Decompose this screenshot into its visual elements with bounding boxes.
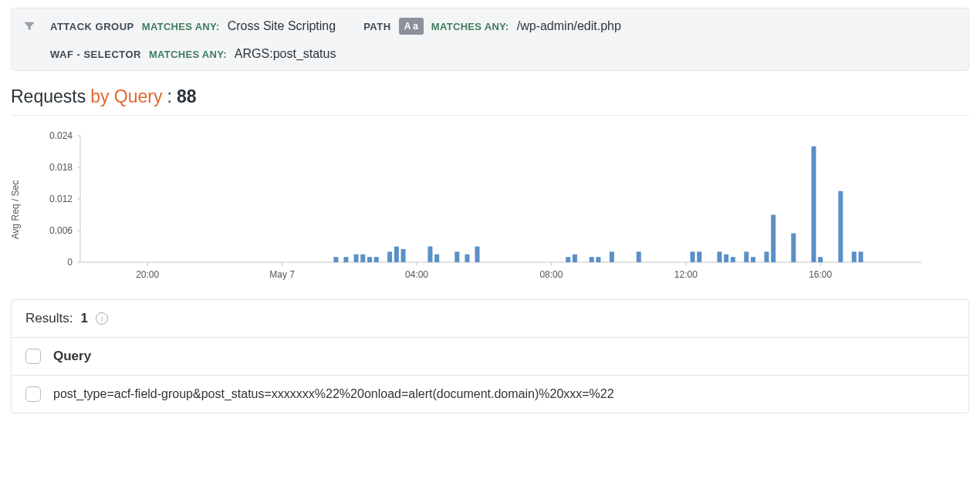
filter-row-2: WAF - SELECTOR MATCHES ANY: ARGS:post_st… bbox=[50, 47, 641, 61]
filter-attack-group[interactable]: ATTACK GROUP MATCHES ANY: Cross Site Scr… bbox=[50, 19, 336, 33]
svg-text:08:00: 08:00 bbox=[539, 269, 563, 280]
svg-rect-49 bbox=[744, 251, 749, 262]
column-title-query[interactable]: Query bbox=[53, 349, 91, 364]
svg-rect-33 bbox=[427, 247, 432, 263]
svg-text:0.018: 0.018 bbox=[49, 162, 73, 173]
svg-rect-34 bbox=[434, 255, 439, 262]
svg-text:20:00: 20:00 bbox=[136, 269, 159, 280]
svg-rect-31 bbox=[394, 247, 399, 263]
svg-rect-47 bbox=[724, 255, 728, 262]
results-column-header: Query bbox=[12, 337, 968, 375]
select-all-checkbox[interactable] bbox=[25, 349, 41, 364]
filter-icon[interactable] bbox=[22, 19, 36, 36]
filter-bar: ATTACK GROUP MATCHES ANY: Cross Site Scr… bbox=[11, 8, 969, 71]
svg-text:May 7: May 7 bbox=[269, 269, 295, 280]
svg-rect-35 bbox=[455, 251, 459, 262]
svg-rect-54 bbox=[811, 147, 816, 262]
svg-rect-24 bbox=[333, 257, 338, 262]
svg-rect-41 bbox=[596, 257, 600, 262]
filter-row-1: ATTACK GROUP MATCHES ANY: Cross Site Scr… bbox=[50, 18, 641, 35]
svg-rect-42 bbox=[610, 251, 614, 262]
svg-rect-26 bbox=[354, 255, 359, 262]
svg-rect-48 bbox=[731, 257, 735, 262]
result-query-text: post_type=acf-field-group&post_status=xx… bbox=[53, 387, 614, 401]
svg-text:0.006: 0.006 bbox=[49, 225, 73, 236]
filter-label: WAF - SELECTOR bbox=[50, 49, 141, 60]
filter-value: Cross Site Scripting bbox=[228, 19, 336, 33]
filter-operator: MATCHES ANY: bbox=[149, 49, 227, 60]
heading-prefix: Requests bbox=[11, 86, 86, 107]
svg-rect-25 bbox=[343, 257, 348, 262]
results-panel: Results: 1 i Query post_type=acf-field-g… bbox=[11, 299, 969, 413]
svg-rect-27 bbox=[360, 255, 365, 262]
svg-rect-32 bbox=[401, 249, 406, 262]
svg-rect-36 bbox=[465, 255, 469, 262]
result-row[interactable]: post_type=acf-field-group&post_status=xx… bbox=[12, 375, 968, 413]
svg-rect-44 bbox=[691, 251, 695, 262]
heading-count: 88 bbox=[177, 86, 197, 107]
svg-rect-50 bbox=[751, 257, 755, 262]
svg-rect-30 bbox=[387, 251, 392, 262]
results-label: Results: bbox=[25, 311, 73, 326]
svg-rect-28 bbox=[367, 257, 372, 262]
filter-path[interactable]: PATH A a MATCHES ANY: /wp-admin/edit.php bbox=[363, 18, 621, 35]
filter-operator: MATCHES ANY: bbox=[142, 21, 220, 32]
svg-rect-29 bbox=[374, 257, 379, 262]
svg-rect-38 bbox=[566, 257, 570, 262]
svg-rect-55 bbox=[818, 257, 823, 262]
filter-waf-selector[interactable]: WAF - SELECTOR MATCHES ANY: ARGS:post_st… bbox=[50, 47, 336, 61]
chart-y-axis-label: Avg Req / Sec bbox=[10, 180, 21, 240]
case-sensitivity-badge[interactable]: A a bbox=[399, 18, 424, 35]
svg-rect-58 bbox=[859, 251, 863, 262]
results-header: Results: 1 i bbox=[12, 300, 968, 337]
svg-rect-39 bbox=[573, 255, 577, 262]
section-heading: Requests by Query : 88 bbox=[11, 86, 969, 116]
svg-text:12:00: 12:00 bbox=[674, 269, 698, 280]
svg-rect-51 bbox=[764, 251, 769, 262]
results-count: 1 bbox=[80, 311, 87, 326]
svg-rect-57 bbox=[852, 251, 857, 262]
svg-text:04:00: 04:00 bbox=[405, 269, 428, 280]
svg-rect-46 bbox=[717, 251, 721, 262]
requests-chart: Avg Req / Sec 00.0060.0120.0180.02420:00… bbox=[11, 116, 969, 293]
svg-text:0: 0 bbox=[67, 257, 73, 268]
row-checkbox[interactable] bbox=[25, 386, 41, 402]
svg-rect-45 bbox=[697, 251, 701, 262]
heading-separator: : bbox=[167, 86, 172, 107]
svg-text:0.024: 0.024 bbox=[49, 130, 73, 141]
svg-rect-52 bbox=[771, 215, 776, 263]
heading-accent: by Query bbox=[90, 86, 162, 107]
filter-operator: MATCHES ANY: bbox=[431, 21, 509, 32]
svg-rect-40 bbox=[590, 257, 594, 262]
svg-text:0.012: 0.012 bbox=[49, 194, 73, 204]
filter-list: ATTACK GROUP MATCHES ANY: Cross Site Scr… bbox=[50, 18, 641, 61]
svg-rect-53 bbox=[791, 233, 796, 262]
chart-canvas: 00.0060.0120.0180.02420:00May 704:0008:0… bbox=[19, 128, 937, 290]
svg-rect-43 bbox=[637, 251, 641, 262]
svg-rect-56 bbox=[838, 191, 843, 262]
filter-label: ATTACK GROUP bbox=[50, 21, 134, 32]
svg-rect-37 bbox=[475, 247, 479, 263]
filter-value: /wp-admin/edit.php bbox=[517, 19, 621, 33]
filter-value: ARGS:post_status bbox=[235, 47, 336, 61]
svg-text:16:00: 16:00 bbox=[809, 269, 832, 280]
info-icon[interactable]: i bbox=[96, 312, 108, 325]
filter-label: PATH bbox=[363, 21, 390, 32]
